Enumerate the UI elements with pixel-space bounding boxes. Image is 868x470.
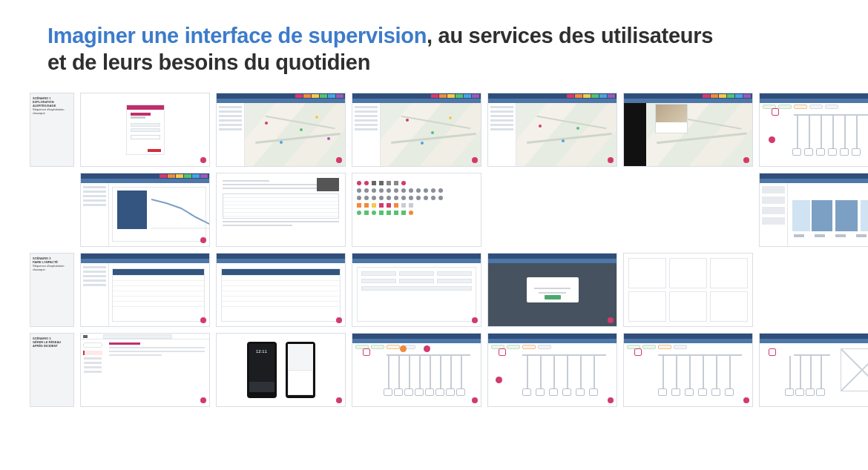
- scenario-card-3: SCÉNARIO 3 GÉRER LE RÉSEAU APRÈS INCIDEN…: [30, 333, 74, 407]
- login-signin: [131, 135, 160, 139]
- photo-popover: [655, 104, 688, 133]
- thumb-mobile-screens[interactable]: 12:11: [216, 333, 346, 407]
- headline-emphasis: Imaginer une interface de supervision: [47, 24, 427, 47]
- thumb-map-overview[interactable]: [216, 93, 346, 167]
- thumb-data-table[interactable]: [80, 253, 210, 327]
- page-headline: Imaginer une interface de supervision, a…: [47, 22, 715, 76]
- thumb-dashboard-chart[interactable]: [80, 173, 210, 247]
- scenario-card-2: SCÉNARIO 2 FAIRE L'IMPACTÉ Séquence d'ex…: [30, 253, 74, 327]
- gallery-spacer: [487, 173, 617, 247]
- login-product: [131, 116, 145, 119]
- search-input[interactable]: [103, 334, 172, 339]
- gallery-spacer: [759, 253, 868, 327]
- phone-sheet: [286, 342, 315, 398]
- gallery-row-2: [30, 173, 838, 247]
- gallery-row-3: SCÉNARIO 2 FAIRE L'IMPACTÉ Séquence d'ex…: [30, 253, 838, 327]
- thumb-map-overview[interactable]: [352, 93, 481, 167]
- placeholder-image-icon: [841, 348, 868, 391]
- brand-logo-icon: [148, 149, 161, 152]
- screenshot-gallery: SCÉNARIO 1 EXPLORATION ALERTE/USAGE Séqu…: [30, 93, 838, 407]
- phone-lockscreen: 12:11: [247, 342, 277, 398]
- thumb-spec-document[interactable]: [216, 173, 346, 247]
- thumb-data-table[interactable]: [216, 253, 346, 327]
- thumb-confirm-modal[interactable]: [487, 253, 617, 327]
- gallery-row-4: SCÉNARIO 3 GÉRER LE RÉSEAU APRÈS INCIDEN…: [30, 333, 838, 407]
- thumb-map-overview[interactable]: [487, 93, 617, 167]
- fab-icon: [200, 157, 206, 163]
- thumb-email-client[interactable]: [80, 333, 210, 407]
- gallery-row-1: SCÉNARIO 1 EXPLORATION ALERTE/USAGE Séqu…: [30, 93, 838, 167]
- gallery-spacer: [623, 173, 753, 247]
- thumb-synoptic-wide[interactable]: [759, 93, 868, 167]
- menu-icon[interactable]: [83, 335, 88, 338]
- thumb-icon-palette[interactable]: [352, 173, 481, 247]
- thumb-synoptic[interactable]: [487, 333, 617, 407]
- dark-side-panel: [624, 103, 646, 166]
- scenario-subtitle: Séquence d'exploitation classique: [33, 107, 71, 115]
- thumb-form[interactable]: [352, 253, 481, 327]
- gallery-spacer: [30, 173, 74, 247]
- compose-button[interactable]: [83, 342, 102, 348]
- thumb-timeline[interactable]: [759, 173, 868, 247]
- thumb-map-with-photo[interactable]: [623, 93, 753, 167]
- thumb-synoptic[interactable]: [352, 333, 481, 407]
- scenario-title: EXPLORATION ALERTE/USAGE: [33, 100, 71, 107]
- thumb-login[interactable]: [80, 93, 210, 167]
- thumb-synoptic[interactable]: [623, 333, 753, 407]
- thumb-cards-grid[interactable]: [623, 253, 753, 327]
- login-card: [126, 105, 165, 155]
- thumb-synoptic-wireframe[interactable]: [759, 333, 868, 407]
- login-title: [131, 113, 151, 116]
- inbox-item[interactable]: [83, 351, 102, 355]
- modal-confirm-button[interactable]: [545, 295, 561, 299]
- notification-toast: [249, 382, 274, 392]
- scenario-card-1: SCÉNARIO 1 EXPLORATION ALERTE/USAGE Séqu…: [30, 93, 74, 167]
- modal-dialog: [527, 277, 579, 302]
